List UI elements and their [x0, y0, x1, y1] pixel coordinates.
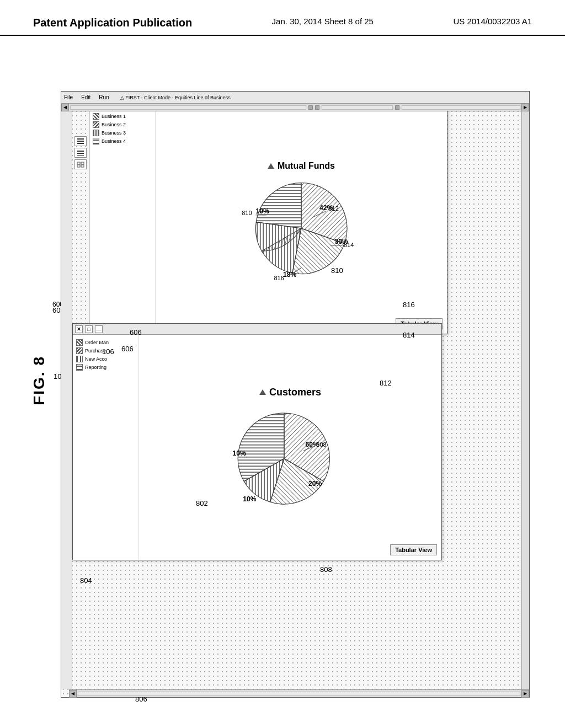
menu-edit[interactable]: Edit	[81, 94, 90, 100]
swatch-b2	[93, 121, 99, 128]
scrollbar-bottom[interactable]: ◀ ▶	[69, 689, 529, 697]
scrollbar-top[interactable]: ◀ ▶	[61, 104, 529, 111]
menubar: File Edit Run △ FIRST - Client Mode - Eq…	[61, 92, 529, 104]
patent-date: Jan. 30, 2014 Sheet 8 of 25	[272, 17, 374, 26]
customers-window: ✕ □ — Order Man Purchase	[72, 323, 442, 560]
ref-808-label: 808	[320, 565, 332, 574]
main-content: FIG. 8 600 File Edit Run △ FIRST - Clien…	[0, 36, 565, 720]
left-sidebar	[61, 111, 72, 689]
menu-file[interactable]: File	[64, 94, 73, 100]
customers-title: Customers	[269, 387, 321, 398]
pie-slices-mf	[255, 183, 347, 274]
legend-label-b4: Business 4	[102, 138, 126, 144]
scroll-right-bottom[interactable]: ▶	[521, 690, 529, 698]
patent-title: Patent Application Publication	[33, 17, 192, 29]
customers-pie-svg: 60% 20% 10% 10% 808	[230, 400, 351, 511]
svg-rect-1	[77, 141, 84, 142]
svg-rect-6	[77, 162, 80, 164]
customers-header: Customers	[139, 384, 441, 400]
menu-run[interactable]: Run	[99, 94, 109, 100]
cust-pct-10a: 10%	[243, 495, 256, 502]
min-btn-cust[interactable]: —	[95, 325, 103, 333]
outer-window-600: File Edit Run △ FIRST - Client Mode - Eq…	[61, 91, 530, 698]
triangle-icon-cust	[259, 389, 266, 395]
scroll-track-bottom[interactable]	[78, 692, 520, 696]
customers-titlebar: ✕ □ —	[73, 324, 441, 335]
svg-rect-2	[77, 143, 84, 144]
ref-810-text: 810	[242, 210, 252, 216]
scroll-left-bottom[interactable]: ◀	[69, 690, 77, 698]
svg-rect-3	[77, 151, 84, 152]
patent-header: Patent Application Publication Jan. 30, …	[0, 0, 565, 36]
svg-rect-5	[77, 155, 84, 156]
fig-label: FIG. 8	[30, 356, 48, 405]
sidebar-icon-102[interactable]	[74, 136, 87, 146]
ref-106-label: 106	[102, 347, 114, 356]
scroll-left-arrow[interactable]: ◀	[61, 104, 69, 111]
ref-808-text: 808	[316, 441, 326, 447]
scroll-thumb3	[395, 105, 399, 110]
scroll-track-top[interactable]	[70, 105, 306, 110]
svg-rect-4	[77, 153, 84, 154]
scroll-track-top3[interactable]	[402, 105, 520, 110]
legend-item-b2: Business 2	[93, 121, 152, 128]
tabular-view-btn-cust[interactable]: Tabular View	[390, 544, 437, 555]
scroll-track-top2[interactable]	[322, 105, 393, 110]
sidebar-icons	[72, 111, 89, 697]
scrollbar-right[interactable]	[521, 111, 529, 689]
sidebar-icon-606[interactable]	[74, 159, 87, 169]
scroll-thumb	[308, 105, 313, 110]
mutual-funds-legend: Business 1 Business 2 Business 3 Busines…	[89, 109, 156, 334]
svg-rect-7	[81, 162, 84, 164]
svg-rect-9	[81, 165, 84, 167]
customers-pie-container: 60% 20% 10% 10% 808	[230, 400, 351, 511]
legend-label-b2: Business 2	[102, 122, 126, 127]
ref-802-label: 802	[196, 499, 208, 507]
slice-mf-4	[256, 183, 301, 229]
pct-10-label: 10%	[256, 207, 269, 215]
svg-rect-8	[77, 165, 80, 167]
scroll-thumb2	[315, 105, 319, 110]
svg-rect-0	[77, 138, 84, 140]
swatch-b3	[93, 130, 99, 136]
ref-810-label: 810	[331, 266, 343, 275]
legend-label-b3: Business 3	[102, 130, 126, 136]
ref-814-label: 814	[403, 331, 415, 339]
swatch-b4	[93, 138, 99, 144]
patent-number: US 2014/0032203 A1	[453, 17, 532, 26]
customers-pie-area: Customers	[139, 335, 441, 560]
ref-606a-label: 606	[130, 328, 142, 336]
mutual-funds-pie-svg: 42% 30% 18% 10% 812 814 81	[241, 173, 362, 283]
cust-pct-20: 20%	[308, 480, 322, 488]
ref-816-label: 816	[403, 301, 415, 309]
mutual-funds-pie-container: 42% 30% 18% 10% 812 814 81	[241, 173, 362, 283]
ref-812-text: 812	[329, 205, 339, 212]
mutual-funds-content: Business 1 Business 2 Business 3 Busines…	[89, 109, 447, 334]
ref-812-label: 812	[380, 379, 392, 387]
ref-814-text: 814	[344, 242, 354, 248]
legend-item-b3: Business 3	[93, 130, 152, 136]
pie-slices-cust	[238, 413, 329, 504]
triangle-icon-mf	[268, 163, 274, 169]
legend-item-b1: Business 1	[93, 113, 152, 120]
ref-606b-label: 606	[121, 345, 134, 353]
mutual-funds-title: Mutual Funds	[278, 161, 335, 171]
customers-content: Order Man Purchase New Acco Reporting	[73, 335, 441, 560]
mutual-funds-header: Mutual Funds	[156, 159, 447, 173]
swatch-b1	[93, 113, 99, 120]
sidebar-icon-106[interactable]	[74, 148, 87, 158]
mutual-funds-pie-area: Mutual Funds	[156, 109, 447, 334]
scroll-right-arrow[interactable]: ▶	[521, 104, 529, 111]
legend-label-b1: Business 1	[102, 114, 126, 119]
app-title: △ FIRST - Client Mode - Equities Line of…	[120, 95, 231, 100]
mutual-funds-window: ✕ □ — Business 1 Business 2	[89, 97, 447, 334]
cust-pct-10b: 10%	[233, 449, 246, 457]
legend-item-b4: Business 4	[93, 138, 152, 144]
ref-816-text: 816	[274, 275, 284, 281]
